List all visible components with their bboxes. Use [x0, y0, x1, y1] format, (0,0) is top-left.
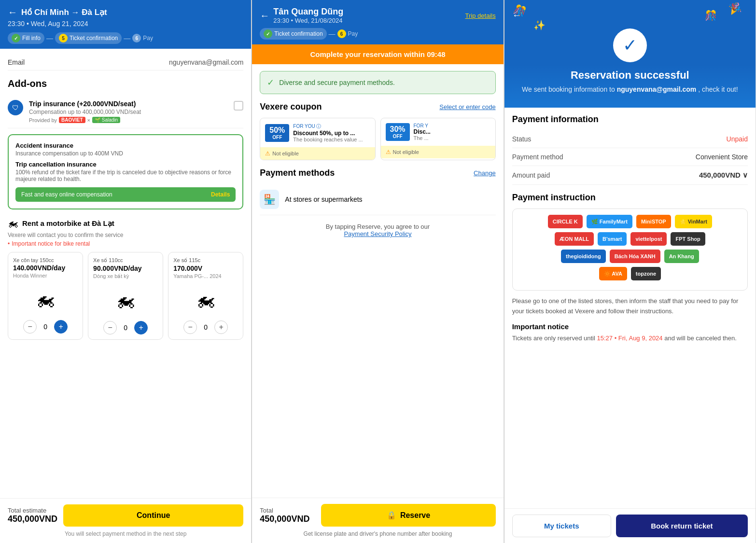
stores-grid: CIRCLE K 🌿 FamilyMart MiniSTOP ⭐ VinMart… [512, 209, 748, 291]
cancel-desc: 100% refund of the ticket fare if the tr… [15, 169, 236, 182]
coupon1-footer-text: Not eligible [393, 149, 419, 155]
coupon-select-link[interactable]: Select or enter code [439, 103, 495, 111]
p2-footer-total-row: Total 450,000VND 🔒 Reserve [260, 504, 495, 527]
bike2-counter: − 0 + [173, 320, 238, 334]
insurance-box: Accident insurance Insurance compensatio… [8, 134, 243, 209]
trip-details-link[interactable]: Trip details [465, 12, 496, 19]
bike-card-0: Xe côn tay 150cc 140.000VND/day Honda Wi… [8, 252, 83, 340]
step-pay: 6 Pay [132, 34, 153, 42]
bike0-icon: 🏍 [36, 289, 55, 310]
coupons-grid: 50% OFF FOR YOU ⓘ Discount 50%, up to ..… [260, 118, 495, 160]
p2-back-arrow[interactable]: ← [260, 10, 269, 21]
coupon-card-1[interactable]: 30% OFF FOR Y Disc... The ... ⚠ Not elig… [380, 118, 496, 160]
addons-title: Add-ons [8, 78, 243, 89]
bike2-model: Yamaha PG-... 2024 [173, 273, 238, 279]
bike1-model: Dòng xe bất kỳ [93, 273, 158, 279]
pay-info-row-method: Payment method Convenient Store [512, 148, 748, 166]
total-label: Total estimate [8, 507, 57, 514]
saladin-badge: 🌱 Saladin [92, 117, 120, 123]
p3-content: Payment information Status Unpaid Paymen… [504, 108, 756, 508]
status-label: Status [512, 135, 532, 143]
accident-desc: Insurance compensation up to 400M VND [15, 150, 236, 157]
step2-label: Ticket confirmation [70, 35, 118, 42]
coupon1-badge: 30% OFF [386, 123, 410, 141]
p1-footer: Total estimate 450,000VND Continue You w… [0, 498, 251, 543]
bike-card-2: Xe số 115c 170.000V Yamaha PG-... 2024 🏍… [168, 252, 243, 340]
success-sub-text: We sent booking information to [522, 85, 615, 93]
agree-text: By tapping Reserve, you agree to our Pay… [260, 223, 495, 237]
bike-card-1: Xe số 110cc 90.000VND/day Dòng xe bất kỳ… [88, 252, 163, 340]
p2-steps: ✓ Ticket confirmation — 6 Pay [260, 28, 495, 40]
store-bach-hoa: Bách Hóa XANH [610, 250, 660, 263]
success-sub: We sent booking information to nguyenvan… [512, 85, 748, 93]
insurance-checkbox[interactable] [234, 101, 243, 111]
bike2-plus[interactable]: + [214, 320, 228, 334]
reserve-label: Reserve [400, 511, 430, 520]
insurance-name: Trip insurance (+20.000VND/seat) [29, 100, 228, 108]
continue-button[interactable]: Continue [63, 504, 243, 527]
bike2-icon: 🏍 [196, 289, 215, 311]
addon-text: Trip insurance (+20.000VND/seat) Compens… [29, 100, 228, 123]
coupon1-off: OFF [393, 134, 403, 139]
notice-before: Tickets are only reserved until [512, 334, 595, 342]
details-link[interactable]: Details [211, 191, 230, 198]
stores-row-1: CIRCLE K 🌿 FamilyMart MiniSTOP ⭐ VinMart [518, 215, 742, 228]
insurance-comp: Compensation up to 400,000,000 VND/seat [29, 109, 228, 115]
bike1-plus[interactable]: + [134, 321, 148, 334]
warn1-icon: ⚠ [386, 149, 391, 155]
bikes-row: Xe côn tay 150cc 140.000VND/day Honda Wi… [8, 252, 243, 340]
confetti-4: 🎊 [705, 10, 717, 21]
store-vin-mart: ⭐ VinMart [675, 215, 712, 228]
my-tickets-button[interactable]: My tickets [512, 515, 611, 537]
email-label: Email [8, 58, 25, 66]
coupon0-badge: 50% OFF [265, 124, 289, 142]
accident-title: Accident insurance [15, 142, 236, 149]
p2-datetime: 23:30 • Wed, 21/08/2024 [273, 17, 461, 24]
coupon0-pct: 50% [269, 126, 285, 135]
footer-total-row: Total estimate 450,000VND Continue [8, 504, 243, 527]
pay-info-title: Payment information [512, 114, 748, 125]
bike1-minus[interactable]: − [103, 321, 117, 334]
success-check-circle: ✓ [613, 28, 647, 62]
celebration-area: 🎊 🎉 ✨ 🎊 ← ✓ Reservation successful We se… [504, 0, 756, 108]
p2-back-row: ← Tân Quang Dũng 23:30 • Wed, 21/08/2024… [260, 7, 495, 24]
pm-change-link[interactable]: Change [474, 169, 496, 177]
bike2-minus[interactable]: − [183, 320, 197, 334]
secure-banner: ✓ Diverse and secure payment methods. [260, 71, 495, 94]
pay-info-row-amount: Amount paid 450,000VND ∨ [512, 166, 748, 185]
success-email: nguyenvana@gmail.com [617, 85, 697, 93]
book-return-button[interactable]: Book return ticket [616, 515, 748, 537]
bike0-minus[interactable]: − [23, 320, 37, 334]
step-ticket-confirm: 5 Ticket confirmation [55, 32, 122, 44]
policy-link[interactable]: Payment Security Policy [344, 230, 411, 237]
store-family-mart: 🌿 FamilyMart [587, 215, 632, 228]
bike2-img: 🏍 [173, 283, 238, 317]
email-value: nguyenvana@gmail.com [169, 58, 243, 66]
bike1-price: 90.000VND/day [93, 265, 158, 272]
p2-footer-note: Get license plate and driver's phone num… [260, 530, 495, 537]
coupon1-info: FOR Y Disc... The ... [414, 123, 490, 141]
bike-icon: 🏍 [8, 217, 18, 230]
p2-step-confirm: ✓ Ticket confirmation [260, 28, 326, 40]
bike0-plus[interactable]: + [54, 320, 68, 334]
method-value: Convenient Store [696, 153, 748, 161]
timer-text: Complete your reservation within [310, 50, 425, 58]
bike1-count: 0 [122, 324, 129, 332]
secure-check-icon: ✓ [267, 77, 274, 88]
p1-back-arrow[interactable]: ← [8, 7, 17, 18]
rental-notice-link[interactable]: • Important notice for bike rental [8, 240, 243, 247]
coupon-row: Vexere coupon Select or enter code [260, 102, 495, 112]
p2-step1-label: Ticket confirmation [274, 30, 322, 37]
warn0-icon: ⚠ [265, 150, 270, 157]
reserve-button[interactable]: 🔒 Reserve [321, 504, 495, 527]
p2-step1-icon: ✓ [264, 29, 272, 38]
pm-label: At stores or supermarkets [285, 195, 362, 203]
store-topzone: topzone [631, 267, 661, 280]
notice-text: Tickets are only reserved until 15:27 • … [512, 334, 748, 344]
coupon0-footer: ⚠ Not eligible [260, 147, 375, 160]
status-value: Unpaid [727, 135, 748, 143]
coupon-card-0[interactable]: 50% OFF FOR YOU ⓘ Discount 50%, up to ..… [260, 118, 375, 160]
step1-label: Fill info [22, 35, 41, 42]
step-arrow-2: — [124, 34, 130, 42]
bike0-price: 140.000VND/day [13, 264, 78, 272]
